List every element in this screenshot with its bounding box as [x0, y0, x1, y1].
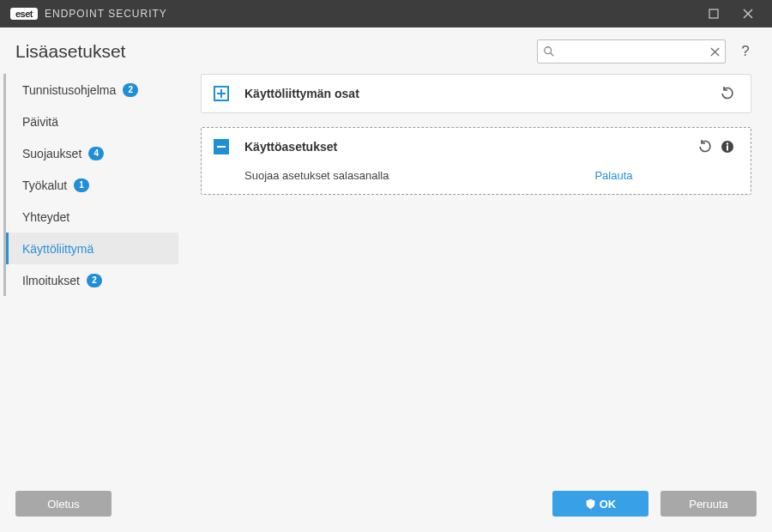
svg-point-1	[545, 47, 552, 54]
section-ui-elements: Käyttöliittymän osat	[201, 74, 751, 113]
titlebar: eset ENDPOINT SECURITY	[0, 0, 772, 27]
section-title: Käyttöliittymän osat	[244, 87, 359, 100]
search-input[interactable]	[560, 40, 704, 63]
section-access-settings: Käyttöasetukset Suojaa asetukset salasan…	[201, 127, 751, 195]
brand-badge: eset	[10, 8, 38, 20]
ok-button-label: OK	[600, 498, 617, 511]
sidebar-item-tyokalut[interactable]: Työkalut 1	[6, 169, 178, 201]
search-box[interactable]	[537, 39, 726, 63]
sidebar-item-kayttoliittyma[interactable]: Käyttöliittymä	[6, 233, 178, 264]
section-header[interactable]: Käyttöliittymän osat	[202, 75, 751, 112]
undo-icon	[721, 87, 734, 100]
count-badge: 4	[88, 147, 104, 160]
header: Lisäasetukset ?	[0, 27, 772, 72]
section-title: Käyttöasetukset	[244, 140, 337, 154]
section-header[interactable]: Käyttöasetukset	[202, 128, 751, 166]
sidebar-item-label: Tunnistusohjelma	[22, 83, 116, 97]
reset-button[interactable]	[716, 82, 739, 105]
sidebar-item-label: Päivitä	[22, 115, 58, 129]
window-maximize-button[interactable]	[697, 0, 731, 27]
ok-button[interactable]: OK	[552, 491, 648, 517]
shield-icon	[585, 499, 596, 510]
svg-point-4	[727, 142, 728, 144]
expand-icon	[214, 86, 229, 101]
sidebar-item-label: Yhteydet	[22, 210, 69, 224]
close-icon	[710, 47, 720, 57]
default-button[interactable]: Oletus	[15, 491, 112, 517]
svg-line-2	[551, 53, 554, 57]
sidebar-item-label: Käyttöliittymä	[22, 242, 93, 256]
search-clear-button[interactable]	[704, 47, 725, 57]
footer: Oletus OK Peruuta	[0, 479, 772, 529]
search-icon	[538, 45, 560, 57]
info-button[interactable]	[716, 136, 739, 158]
sidebar-item-yhteydet[interactable]: Yhteydet	[6, 201, 178, 233]
close-icon	[743, 9, 753, 19]
help-button[interactable]: ?	[734, 40, 757, 63]
count-badge: 2	[87, 274, 102, 287]
window-close-button[interactable]	[731, 0, 765, 27]
reset-button[interactable]	[694, 136, 716, 158]
count-badge: 2	[123, 83, 138, 97]
collapse-icon	[214, 139, 229, 154]
cancel-button[interactable]: Peruuta	[660, 491, 757, 517]
sidebar-item-label: Suojaukset	[22, 147, 81, 160]
sidebar-item-ilmoitukset[interactable]: Ilmoitukset 2	[6, 264, 178, 296]
sidebar-item-tunnistusohjelma[interactable]: Tunnistusohjelma 2	[6, 74, 178, 106]
svg-rect-0	[709, 9, 718, 18]
brand-name: ENDPOINT SECURITY	[45, 8, 167, 20]
question-icon: ?	[741, 43, 749, 60]
info-icon	[721, 140, 734, 154]
sidebar: Tunnistusohjelma 2 Päivitä Suojaukset 4 …	[0, 72, 182, 479]
count-badge: 1	[74, 178, 89, 192]
main-panel: Käyttöliittymän osat Käyttöasetukset	[182, 72, 772, 479]
svg-rect-5	[727, 146, 728, 151]
undo-icon	[698, 140, 712, 154]
square-icon	[709, 9, 719, 19]
sidebar-item-label: Ilmoitukset	[22, 274, 80, 287]
page-title: Lisäasetukset	[15, 41, 125, 62]
sidebar-item-suojaukset[interactable]: Suojaukset 4	[6, 137, 178, 169]
sidebar-item-paivita[interactable]: Päivitä	[6, 106, 178, 137]
setting-label: Suojaa asetukset salasanalla	[244, 169, 389, 182]
setting-row-password-protect: Suojaa asetukset salasanalla Palauta	[244, 169, 739, 182]
sidebar-item-label: Työkalut	[22, 178, 67, 192]
restore-link[interactable]: Palauta	[594, 169, 632, 182]
